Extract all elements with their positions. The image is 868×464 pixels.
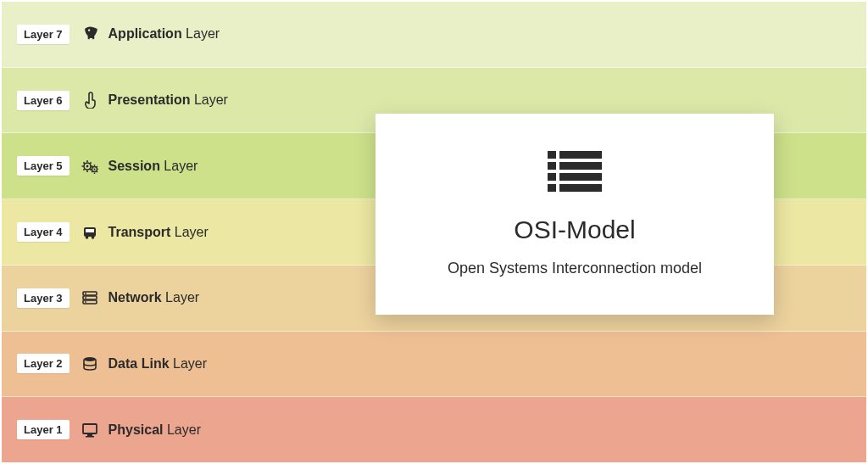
- layer-badge: Layer 6: [17, 91, 70, 110]
- layer-badge: Layer 4: [17, 222, 70, 242]
- rocket-icon: [81, 25, 98, 42]
- gears-icon: [81, 158, 98, 175]
- pointer-icon: [81, 92, 98, 109]
- layer-badge: Layer 3: [17, 288, 70, 308]
- layer-label: Transport Layer: [108, 225, 209, 240]
- layer-row-1: Layer 1 Physical Layer: [2, 397, 866, 462]
- database-icon: [81, 355, 98, 372]
- layer-label: Application Layer: [108, 26, 220, 42]
- layer-label: Presentation Layer: [108, 92, 228, 108]
- list-icon: [399, 151, 750, 192]
- layer-badge: Layer 1: [17, 420, 70, 439]
- card-title: OSI-Model: [399, 215, 750, 244]
- layer-badge: Layer 7: [17, 25, 70, 44]
- server-icon: [81, 289, 98, 306]
- layer-badge: Layer 2: [17, 354, 70, 373]
- layer-label: Network Layer: [108, 290, 200, 305]
- layer-row-7: Layer 7 Application Layer: [2, 2, 866, 68]
- desktop-icon: [81, 422, 98, 439]
- layer-badge: Layer 5: [17, 156, 70, 176]
- layer-label: Data Link Layer: [108, 356, 207, 372]
- bus-icon: [81, 224, 98, 241]
- osi-card: OSI-Model Open Systems Interconnection m…: [376, 114, 774, 315]
- layer-label: Session Layer: [108, 159, 198, 174]
- card-subtitle: Open Systems Interconnection model: [399, 260, 750, 277]
- layer-row-2: Layer 2 Data Link Layer: [2, 332, 866, 398]
- layer-label: Physical Layer: [108, 422, 201, 438]
